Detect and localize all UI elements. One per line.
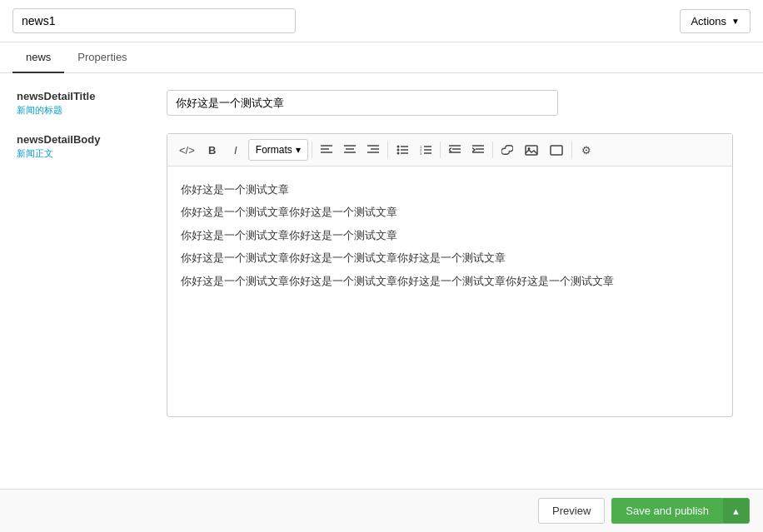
page-title-input[interactable] (12, 8, 296, 33)
rte-outdent-button[interactable] (444, 139, 466, 161)
field-control-body: </> B I Formats ▾ (167, 133, 746, 417)
rte-content-area[interactable]: 你好这是一个测试文章 你好这是一个测试文章你好这是一个测试文章 你好这是一个测试… (167, 167, 732, 416)
field-name-title: newsDetailTitle (17, 90, 150, 102)
actions-label: Actions (691, 15, 726, 27)
svg-point-13 (396, 152, 399, 155)
rte-italic-button[interactable]: I (225, 139, 247, 161)
toolbar-divider-2 (387, 142, 388, 158)
rte-bold-button[interactable]: B (202, 139, 223, 161)
rte-code-button[interactable]: </> (174, 139, 200, 161)
field-label-title: newsDetailTitle 新闻的标题 (17, 90, 150, 117)
rte-image-button[interactable] (520, 139, 543, 161)
svg-rect-27 (526, 146, 537, 155)
rte-ol-button[interactable]: 1.2.3. (415, 139, 436, 161)
toolbar-divider-3 (440, 142, 441, 158)
save-publish-caret-button[interactable]: ▲ (722, 498, 750, 524)
rte-settings-button[interactable]: ⚙ (576, 139, 597, 161)
rte-line-5: 你好这是一个测试文章你好这是一个测试文章你好这是一个测试文章你好这是一个测试文章 (181, 271, 719, 291)
svg-point-9 (396, 146, 399, 148)
rte-ul-button[interactable] (391, 139, 413, 161)
rich-text-editor: </> B I Formats ▾ (167, 133, 733, 417)
field-hint-title: 新闻的标题 (17, 104, 150, 117)
main-content: newsDetailTitle 新闻的标题 newsDetailBody 新闻正… (0, 73, 763, 489)
toolbar-divider-5 (571, 142, 572, 158)
rte-line-4: 你好这是一个测试文章你好这是一个测试文章你好这是一个测试文章 (181, 248, 719, 267)
tab-news[interactable]: news (12, 42, 64, 73)
field-section-body: newsDetailBody 新闻正文 </> B I Formats ▾ (17, 133, 746, 417)
bottom-bar: Preview Save and publish ▲ (0, 489, 763, 532)
field-section-title: newsDetailTitle 新闻的标题 (17, 90, 746, 117)
toolbar-divider-4 (492, 142, 493, 158)
rte-align-left-button[interactable] (316, 139, 337, 161)
formats-label: Formats (256, 144, 292, 156)
rte-link-button[interactable] (496, 139, 518, 161)
formats-caret-icon: ▾ (296, 144, 301, 156)
rte-line-2: 你好这是一个测试文章你好这是一个测试文章 (181, 202, 719, 221)
tabs-bar: news Properties (0, 42, 763, 73)
rte-align-right-button[interactable] (362, 139, 384, 161)
actions-button[interactable]: Actions ▼ (680, 9, 751, 33)
field-control-title (167, 90, 746, 116)
save-publish-group: Save and publish ▲ (611, 498, 750, 524)
news-detail-title-input[interactable] (167, 90, 558, 116)
tab-properties[interactable]: Properties (64, 42, 140, 73)
rte-line-3: 你好这是一个测试文章你好这是一个测试文章 (181, 226, 719, 245)
rte-align-center-button[interactable] (339, 139, 361, 161)
rte-toolbar: </> B I Formats ▾ (167, 134, 732, 167)
svg-text:3.: 3. (420, 152, 422, 156)
save-publish-button[interactable]: Save and publish (611, 498, 722, 524)
svg-point-11 (396, 149, 399, 152)
preview-button[interactable]: Preview (538, 498, 605, 524)
svg-rect-29 (551, 146, 562, 155)
field-hint-body: 新闻正文 (17, 147, 150, 160)
top-bar: Actions ▼ (0, 0, 763, 42)
rte-line-1: 你好这是一个测试文章 (181, 180, 719, 199)
actions-caret-icon: ▼ (731, 17, 740, 26)
rte-indent-button[interactable] (467, 139, 489, 161)
toolbar-divider-1 (312, 142, 312, 158)
field-label-body: newsDetailBody 新闻正文 (17, 133, 150, 160)
field-name-body: newsDetailBody (17, 133, 150, 146)
rte-media-button[interactable] (545, 139, 568, 161)
rte-formats-dropdown[interactable]: Formats ▾ (248, 139, 308, 161)
